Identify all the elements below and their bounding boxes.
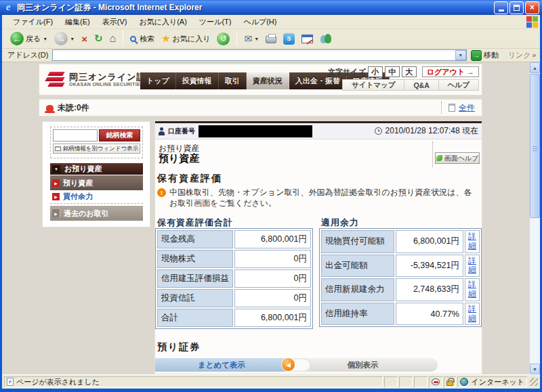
table-row: 現物買付可能額 6,800,001円 詳細 [321, 230, 480, 253]
row-value: 6,800,001円 [234, 230, 311, 248]
row-label: 信用新規建余力 [321, 278, 394, 301]
sidebar-item-past-trades[interactable]: ▶ 過去のお取引 [50, 206, 143, 221]
browser-window: e 岡三オンライン証券 - Microsoft Internet Explore… [0, 0, 542, 392]
sidebar-menu: ▼ お預り資産 ▶ 預り資産 ▶ 買付余力 ▶ 過去のお取引 [50, 163, 143, 221]
close-button[interactable]: × [525, 1, 539, 14]
search-button[interactable]: 検索 [127, 32, 157, 45]
screen-help-button[interactable]: 画面ヘルプ [435, 152, 480, 164]
status-panel [399, 376, 413, 387]
menu-file[interactable]: ファイル(F) [7, 16, 58, 28]
menu-tools[interactable]: ツール(T) [194, 16, 237, 28]
page-icon [7, 378, 14, 386]
status-message: ページが表示されました [16, 377, 100, 387]
star-icon: ★ [161, 32, 170, 45]
print-button[interactable] [263, 32, 279, 45]
sitemap-link[interactable]: サイトマップ [343, 80, 404, 90]
maximize-button[interactable] [509, 1, 524, 14]
row-label: 合計 [157, 309, 233, 327]
stock-search-input[interactable] [53, 129, 98, 141]
menu-edit[interactable]: 編集(E) [60, 16, 96, 28]
notice-text: 中国株取引、先物・オプション取引、外国為替証拠金取引のお預り資産状況は、各お取引… [169, 188, 474, 209]
nav-tab-top[interactable]: トップ [140, 72, 176, 89]
back-dropdown-icon[interactable]: ▼ [43, 37, 47, 41]
row-value: 40.77% [396, 303, 463, 326]
sidebar-item-deposit-assets[interactable]: ▶ 預り資産 [50, 175, 143, 190]
home-button[interactable]: ⌂ [106, 31, 119, 46]
search-label: 検索 [140, 34, 154, 44]
account-number-redacted [199, 125, 312, 137]
scroll-up-button[interactable]: ▲ [530, 62, 540, 73]
menu-help[interactable]: ヘルプ(H) [238, 16, 282, 28]
history-button[interactable]: ↺ [214, 31, 232, 47]
minimize-button[interactable] [494, 1, 508, 14]
menu-bar: ファイル(F) 編集(E) 表示(V) お気に入り(A) ツール(T) ヘルプ(… [2, 15, 540, 29]
row-label: 現金残高 [157, 230, 233, 248]
back-button[interactable]: ← 戻る ▼ [7, 30, 50, 47]
menu-view[interactable]: 表示(V) [97, 16, 133, 28]
stop-icon: × [81, 33, 87, 45]
row-label: 投資信託 [157, 289, 233, 307]
links-label[interactable]: リンク [508, 50, 531, 60]
resize-grip[interactable] [530, 378, 538, 386]
font-size-small-button[interactable]: 小 [368, 66, 383, 77]
nav-tab-invest-info[interactable]: 投資情報 [176, 72, 219, 89]
refresh-button[interactable]: ↻ [91, 31, 106, 46]
row-value: 6,800,001円 [234, 309, 311, 327]
status-panel [384, 376, 398, 387]
unread-count: 未読:0件 [58, 102, 89, 114]
qa-link[interactable]: Q&A [404, 80, 438, 90]
font-size-medium-button[interactable]: 中 [385, 66, 400, 77]
logout-button[interactable]: ログアウト → [422, 66, 479, 77]
detail-link[interactable]: 詳細 [468, 280, 477, 299]
all-messages-link[interactable]: 全件 [459, 102, 475, 114]
toggle-grouped-button[interactable]: まとめて表示 [155, 358, 288, 372]
vertical-scrollbar[interactable]: ▲ ▼ [530, 62, 540, 374]
mail-button[interactable]: ✉ ▼ [241, 32, 262, 45]
font-size-label: 文字サイズ [328, 67, 366, 77]
page-viewport: 岡三オンライン証券 OKASAN ONLINE SECURITIES トップ 投… [2, 62, 530, 374]
sidebar-item-label: 預り資産 [63, 178, 93, 188]
row-value: -5,394,521円 [396, 255, 463, 278]
help-link[interactable]: ヘルプ [438, 80, 478, 90]
mail-dropdown-icon[interactable]: ▼ [254, 37, 259, 41]
row-label: 出金可能額 [321, 255, 394, 278]
favorites-button[interactable]: ★ お気に入り [159, 31, 213, 46]
unread-bell-icon [46, 105, 54, 111]
forward-dropdown-icon[interactable]: ▼ [70, 37, 75, 41]
stop-button[interactable]: × [79, 32, 90, 46]
edit-button[interactable] [299, 33, 316, 45]
stock-search-box: 銘柄検索 銘柄情報を別ウィンドウ表示 [50, 127, 143, 158]
address-dropdown-icon[interactable]: ▼ [455, 50, 466, 60]
site-logo[interactable]: 岡三オンライン証券 OKASAN ONLINE SECURITIES [45, 69, 156, 89]
table-row: 現金残高 6,800,001円 [157, 230, 311, 248]
skype-button[interactable]: S [280, 32, 297, 46]
go-button[interactable]: → 移動 [471, 50, 499, 61]
toggle-arrow-icon[interactable]: ◀ [281, 357, 295, 372]
detail-link[interactable]: 詳細 [468, 305, 477, 324]
sidebar-item-buying-power[interactable]: ▶ 買付余力 [50, 190, 143, 204]
all-messages-icon [449, 104, 455, 112]
forward-button[interactable]: → ▼ [51, 30, 77, 47]
table-row: 合計 6,800,001円 [157, 309, 311, 327]
summary-table-title: 保有資産評価合計 [157, 217, 233, 229]
forward-icon: → [54, 32, 68, 45]
open-stock-window-button[interactable]: 銘柄情報を別ウィンドウ表示 [53, 144, 140, 154]
menu-favorites[interactable]: お気に入り(A) [133, 16, 192, 28]
status-panel [414, 376, 428, 387]
table-row: 現物株式 0円 [157, 250, 311, 268]
nav-tab-trade[interactable]: 取引 [219, 72, 247, 89]
links-chevron-icon[interactable]: » [532, 51, 536, 59]
stock-search-button[interactable]: 銘柄検索 [99, 129, 140, 141]
address-input[interactable] [52, 49, 466, 61]
font-size-large-button[interactable]: 大 [402, 66, 417, 77]
sidebar-menu-header[interactable]: ▼ お預り資産 [50, 163, 143, 175]
scroll-down-button[interactable]: ▼ [530, 364, 540, 374]
detail-link[interactable]: 詳細 [468, 257, 477, 276]
nav-tab-assets[interactable]: 資産状況 [247, 72, 289, 89]
messenger-button[interactable] [317, 32, 335, 45]
logout-label: ログアウト [427, 67, 465, 77]
detail-link[interactable]: 詳細 [468, 232, 477, 251]
scrollbar-thumb[interactable] [530, 74, 540, 218]
toolbar-separator [236, 31, 237, 46]
row-label: 信用建玉評価損益 [157, 269, 233, 288]
